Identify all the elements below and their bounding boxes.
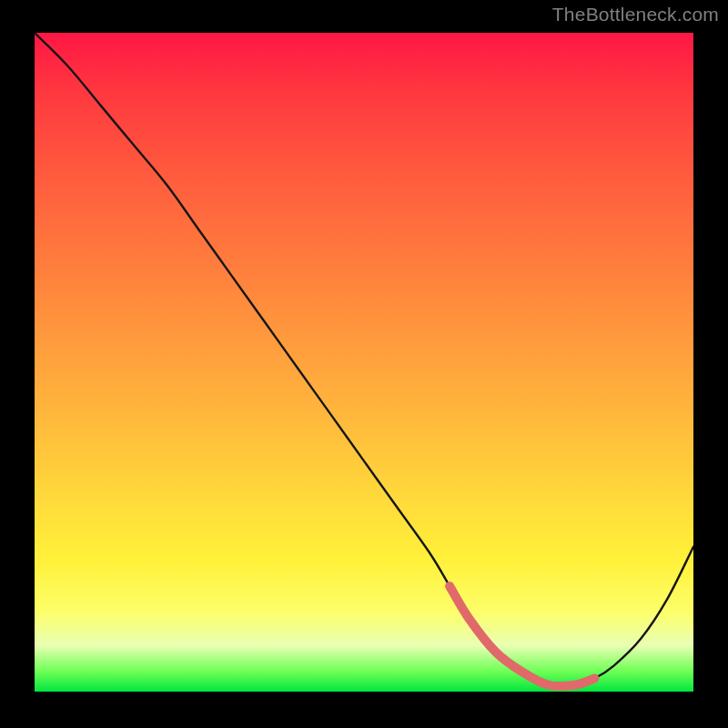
chart-stage: TheBottleneck.com — [0, 0, 728, 728]
watermark-text: TheBottleneck.com — [552, 4, 719, 25]
bottleneck-highlight — [450, 586, 594, 686]
bottleneck-curve — [35, 33, 693, 686]
chart-svg — [35, 33, 693, 692]
plot-area — [35, 33, 693, 692]
